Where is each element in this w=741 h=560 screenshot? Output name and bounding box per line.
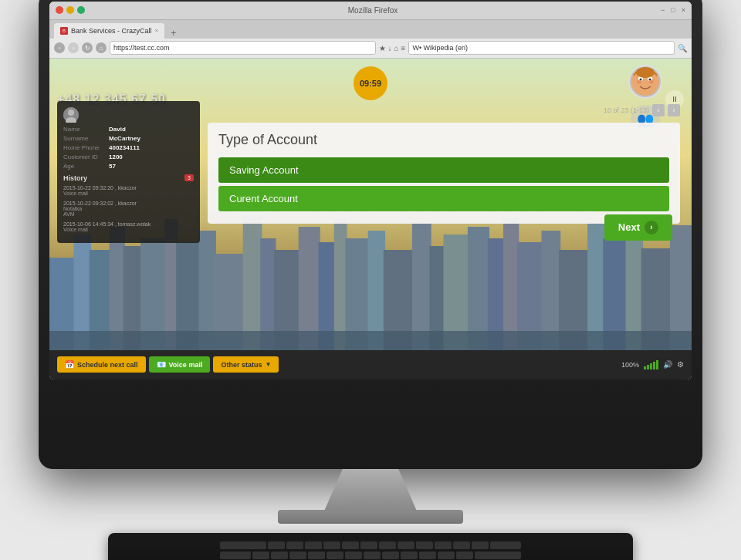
search-icon[interactable]: 🔍 bbox=[678, 44, 687, 52]
title-minimize-icon[interactable]: − bbox=[661, 6, 665, 14]
tab-title: Bank Services - CrazyCall bbox=[71, 27, 152, 35]
surname-label: Surname bbox=[63, 135, 106, 142]
history-title: History bbox=[63, 174, 87, 182]
history-item-1: 2015-10-22 09:32:20 , kkaczor Voice mail bbox=[63, 185, 194, 196]
monitor-stand bbox=[324, 469, 417, 511]
forward-button[interactable]: › bbox=[68, 42, 79, 53]
svg-point-43 bbox=[68, 110, 74, 116]
customer-phone-row: Home Phone 400234111 bbox=[63, 144, 194, 151]
tab-favicon: B bbox=[60, 27, 68, 35]
history-section: History 3 2015-10-22 09:32:20 , kkaczor … bbox=[63, 174, 194, 232]
name-value: David bbox=[109, 126, 126, 133]
customer-name-row: Name David bbox=[63, 126, 194, 133]
home-phone-value: 400234111 bbox=[109, 144, 140, 151]
bottom-toolbar: 📅 Schedule next call 📧 Voice mail Other … bbox=[49, 350, 692, 380]
current-account-option[interactable]: Curent Account bbox=[218, 186, 669, 211]
history-type-1: Voice mail bbox=[63, 191, 194, 196]
monitor: Mozilla Firefox − □ × B Bank Services - … bbox=[39, 0, 702, 560]
download-icon[interactable]: ↓ bbox=[388, 44, 392, 52]
history-type-2: Notatka bbox=[63, 206, 194, 211]
history-date-3: 2015-10-06 14:45:34 , tomasz.wolak bbox=[63, 221, 194, 227]
other-status-label: Other status bbox=[221, 361, 262, 369]
toolbar-right: 100% 🔊 ⚙ bbox=[621, 360, 684, 369]
window-minimize[interactable] bbox=[66, 6, 74, 14]
account-type-card: Type of Account Saving Account Curent Ac… bbox=[208, 123, 680, 224]
history-item-2: 2015-10-22 09:32:02 , kkaczor Notatka AV… bbox=[63, 201, 194, 217]
history-item-3: 2015-10-06 14:45:34 , tomasz.wolak Voice… bbox=[63, 221, 194, 232]
svg-rect-33 bbox=[49, 331, 692, 350]
window-title: Mozilla Firefox bbox=[85, 6, 661, 15]
chevron-down-icon: ▼ bbox=[265, 361, 271, 368]
browser-window: Mozilla Firefox − □ × B Bank Services - … bbox=[49, 2, 692, 380]
keyboard bbox=[108, 533, 633, 561]
title-close-icon[interactable]: × bbox=[682, 6, 685, 14]
address-input[interactable] bbox=[110, 41, 376, 55]
browser-addressbar: ‹ › ↻ ⌂ ★ ↓ ⌂ ≡ 🔍 bbox=[49, 39, 692, 59]
monitor-shell: Mozilla Firefox − □ × B Bank Services - … bbox=[39, 0, 702, 469]
home-phone-label: Home Phone bbox=[63, 144, 106, 151]
history-badge: 3 bbox=[184, 174, 194, 181]
history-date-1: 2015-10-22 09:32:20 , kkaczor bbox=[63, 185, 194, 191]
customer-surname-row: Surname McCartney bbox=[63, 135, 194, 142]
title-restore-icon[interactable]: □ bbox=[671, 6, 675, 14]
settings-icon[interactable]: ⚙ bbox=[677, 360, 684, 369]
svg-rect-10 bbox=[243, 215, 262, 350]
name-label: Name bbox=[63, 126, 106, 133]
schedule-icon: 📅 bbox=[65, 360, 74, 369]
history-date-2: 2015-10-22 09:32:02 , kkaczor bbox=[63, 201, 194, 206]
survey-next-btn[interactable]: › bbox=[668, 104, 680, 116]
next-label: Next bbox=[618, 221, 640, 233]
active-tab[interactable]: B Bank Services - CrazyCall × bbox=[54, 23, 164, 39]
mute-icon[interactable]: 🔊 bbox=[663, 360, 672, 369]
customer-age-row: Age 57 bbox=[63, 163, 194, 170]
app-main: +48 12 345 67 50 09:59 bbox=[49, 59, 692, 380]
customer-panel: Name David Surname McCartney Home Phone … bbox=[57, 101, 200, 243]
customer-id-label: Customer ID bbox=[63, 153, 106, 160]
survey-container: 10 of 23 (1-13) ‹ › Type of Account Savi… bbox=[208, 101, 680, 230]
next-arrow-icon: › bbox=[645, 221, 658, 234]
svg-rect-24 bbox=[503, 218, 519, 350]
monitor-base bbox=[278, 510, 463, 524]
browser-titlebar: Mozilla Firefox − □ × bbox=[49, 2, 692, 20]
survey-nav-bar: 10 of 23 (1-13) ‹ › bbox=[208, 101, 680, 120]
voicemail-label: Voice mail bbox=[169, 361, 203, 369]
svg-point-39 bbox=[636, 67, 655, 78]
history-type-3: Voice mail bbox=[63, 227, 194, 232]
home-nav-icon[interactable]: ⌂ bbox=[394, 44, 399, 52]
screen-bezel: Mozilla Firefox − □ × B Bank Services - … bbox=[49, 2, 692, 380]
survey-prev-btn[interactable]: ‹ bbox=[652, 104, 665, 116]
refresh-button[interactable]: ↻ bbox=[82, 42, 93, 53]
svg-point-41 bbox=[650, 79, 654, 83]
saving-account-option[interactable]: Saving Account bbox=[218, 157, 669, 183]
schedule-label: Schedule next call bbox=[77, 361, 138, 369]
search-input[interactable] bbox=[408, 41, 675, 55]
age-label: Age bbox=[63, 163, 106, 170]
avatar-circle bbox=[628, 65, 662, 99]
volume-bars bbox=[644, 360, 658, 369]
voicemail-icon: 📧 bbox=[157, 360, 166, 369]
history-sub-2: AVM bbox=[63, 211, 194, 217]
back-button[interactable]: ‹ bbox=[54, 42, 65, 53]
survey-nav-text: 10 of 23 (1-13) bbox=[604, 106, 649, 114]
other-status-btn[interactable]: Other status ▼ bbox=[213, 356, 279, 373]
customer-avatar bbox=[63, 107, 79, 123]
svg-point-40 bbox=[638, 79, 641, 83]
schedule-call-btn[interactable]: 📅 Schedule next call bbox=[57, 356, 146, 373]
call-timer: 09:59 bbox=[354, 66, 387, 100]
surname-value: McCartney bbox=[109, 135, 140, 142]
svg-rect-15 bbox=[334, 219, 347, 350]
star-icon[interactable]: ★ bbox=[379, 44, 386, 52]
window-close[interactable] bbox=[56, 6, 63, 14]
menu-icon[interactable]: ≡ bbox=[401, 44, 406, 52]
voicemail-btn[interactable]: 📧 Voice mail bbox=[149, 356, 211, 373]
new-tab-btn[interactable]: + bbox=[166, 28, 181, 39]
age-value: 57 bbox=[109, 163, 116, 170]
home-button[interactable]: ⌂ bbox=[96, 42, 107, 53]
account-type-title: Type of Account bbox=[218, 132, 669, 148]
volume-display: 100% bbox=[621, 361, 639, 369]
customer-id-value: 1200 bbox=[109, 153, 123, 160]
tab-close-btn[interactable]: × bbox=[155, 27, 159, 34]
window-maximize[interactable] bbox=[77, 6, 85, 14]
next-button[interactable]: Next › bbox=[604, 214, 672, 241]
browser-tabbar: B Bank Services - CrazyCall × + bbox=[49, 20, 692, 39]
